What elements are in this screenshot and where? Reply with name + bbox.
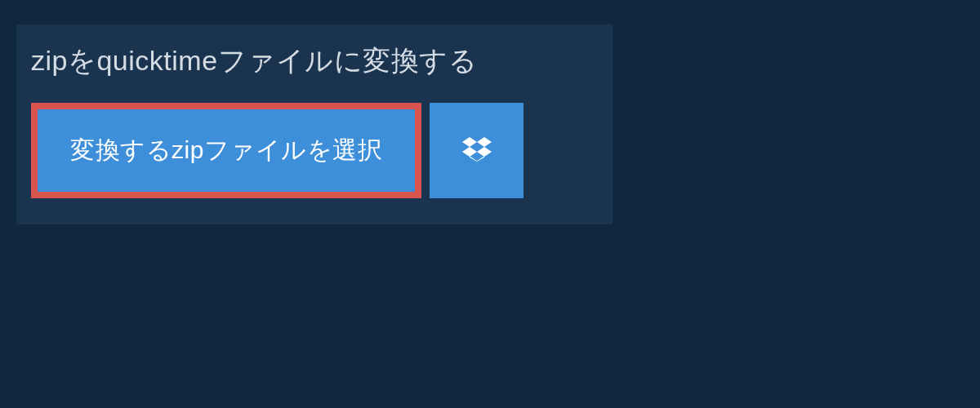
select-file-button-label: 変換するzipファイルを選択 (70, 134, 382, 167)
page-title: zipをquicktimeファイルに変換する (16, 24, 612, 103)
button-row: 変換するzipファイルを選択 (16, 103, 612, 224)
dropbox-button[interactable] (430, 103, 523, 198)
dropbox-icon (462, 135, 492, 167)
converter-panel: zipをquicktimeファイルに変換する 変換するzipファイルを選択 (16, 24, 612, 224)
select-file-button[interactable]: 変換するzipファイルを選択 (31, 103, 421, 198)
